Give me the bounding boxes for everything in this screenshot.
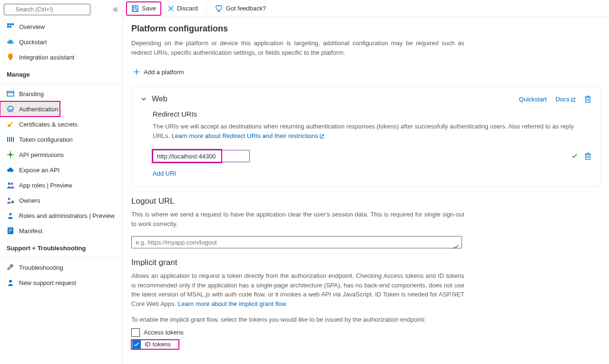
platform-config-desc: Depending on the platform or device this… (131, 39, 464, 57)
rocket-icon (7, 53, 14, 61)
nav-group-manage: Manage (0, 67, 122, 82)
access-tokens-row: Access tokens (131, 328, 600, 337)
sidebar: Overview Quickstart Integration assistan… (0, 0, 123, 364)
svg-point-17 (8, 183, 10, 185)
nav-group-support: Support + Troubleshooting (0, 240, 122, 256)
check-icon (453, 244, 459, 250)
sidebar-item-api-permissions[interactable]: API permissions (0, 147, 122, 162)
chevron-down-icon[interactable] (140, 96, 147, 102)
sidebar-item-roles-admins[interactable]: Roles and administrators | Preview (0, 208, 122, 223)
id-tokens-label: ID tokens (145, 341, 171, 348)
sidebar-item-new-request[interactable]: New support request (0, 275, 122, 290)
svg-point-16 (10, 154, 11, 156)
sidebar-item-label: Integration assistant (19, 54, 74, 61)
svg-rect-11 (10, 122, 13, 125)
branding-icon (7, 90, 14, 98)
sidebar-item-label: Quickstart (19, 39, 47, 46)
svg-rect-7 (7, 91, 14, 96)
web-quickstart-link[interactable]: Quickstart (519, 96, 547, 103)
key-icon (7, 120, 14, 128)
sidebar-item-manifest[interactable]: Manifest (0, 223, 122, 238)
permissions-icon (7, 151, 14, 158)
sidebar-item-label: New support request (19, 279, 76, 286)
close-icon (167, 5, 174, 12)
sidebar-item-label: Expose an API (19, 167, 59, 174)
svg-point-18 (11, 183, 13, 185)
svg-rect-39 (586, 154, 590, 159)
heart-icon (216, 5, 223, 12)
sidebar-item-label: Certificates & secrets (19, 121, 78, 128)
feedback-button[interactable]: Got feedback? (211, 2, 271, 15)
svg-rect-23 (9, 229, 12, 229)
sidebar-item-label: Token configuration (19, 136, 73, 143)
people-icon (7, 181, 14, 189)
svg-rect-25 (9, 232, 11, 232)
plus-icon (133, 69, 140, 75)
sidebar-item-app-roles[interactable]: App roles | Preview (0, 177, 122, 193)
redirect-uri-input[interactable] (153, 150, 250, 162)
svg-rect-28 (133, 6, 136, 8)
svg-rect-6 (10, 26, 11, 28)
roles-icon (7, 212, 14, 219)
cloud-icon (7, 38, 14, 46)
implicit-enable-prompt: To enable the implicit grant flow, selec… (131, 315, 464, 325)
collapse-sidebar-icon[interactable] (112, 6, 118, 13)
save-button[interactable]: Save (127, 2, 161, 15)
external-link-icon (319, 134, 324, 139)
sidebar-item-overview[interactable]: Overview (0, 19, 122, 34)
web-docs-link[interactable]: Docs (555, 96, 576, 103)
svg-point-19 (8, 198, 10, 200)
svg-rect-5 (7, 26, 9, 28)
sidebar-item-token-config[interactable]: Token configuration (0, 132, 122, 147)
sidebar-item-troubleshooting[interactable]: Troubleshooting (0, 260, 122, 275)
svg-rect-29 (133, 9, 137, 11)
search-input[interactable] (4, 4, 90, 15)
web-card-title: Web (152, 95, 167, 103)
add-uri-link[interactable]: Add URI (153, 168, 176, 179)
svg-point-26 (9, 280, 12, 283)
toolbar: Save Discard Got feedback? (123, 0, 609, 17)
sidebar-item-label: Branding (19, 90, 44, 98)
manifest-icon (7, 227, 14, 235)
grid-icon (7, 23, 14, 30)
sidebar-item-label: Manifest (19, 227, 42, 235)
svg-point-9 (8, 106, 13, 112)
sidebar-item-expose-api[interactable]: Expose an API (0, 162, 122, 177)
web-platform-card: Web Quickstart Docs Redirect URIs The UR… (131, 87, 600, 187)
sidebar-item-label: Authentication (19, 106, 58, 113)
logout-url-input[interactable] (131, 236, 462, 248)
delete-platform-icon[interactable] (584, 95, 591, 103)
sidebar-item-certificates[interactable]: Certificates & secrets (0, 117, 122, 132)
redirect-learn-link[interactable]: Learn more about Redirect URIs and their… (172, 132, 324, 139)
sidebar-item-label: API permissions (19, 151, 64, 158)
expose-icon (7, 166, 14, 174)
save-icon (131, 5, 139, 12)
sidebar-item-branding[interactable]: Branding (0, 86, 122, 101)
check-icon (571, 153, 578, 159)
wrench-icon (7, 264, 14, 271)
redirect-uris-title: Redirect URIs (153, 110, 591, 118)
sidebar-item-label: Owners (19, 197, 40, 204)
sidebar-item-label: Overview (19, 23, 45, 30)
sidebar-item-integration[interactable]: Integration assistant (0, 49, 122, 65)
auth-icon (7, 105, 14, 113)
add-platform-button[interactable]: Add a platform (131, 65, 186, 79)
sidebar-item-authentication[interactable]: Authentication (0, 101, 60, 117)
sidebar-item-label: App roles | Preview (19, 182, 72, 189)
content-area: Platform configurations Depending on the… (123, 17, 609, 364)
sidebar-item-quickstart[interactable]: Quickstart (0, 34, 122, 49)
sidebar-item-label: Roles and administrators | Preview (19, 212, 115, 219)
platform-config-title: Platform configurations (131, 24, 600, 34)
id-tokens-checkbox[interactable] (132, 340, 141, 349)
access-tokens-checkbox[interactable] (131, 328, 140, 337)
owners-icon (7, 197, 14, 204)
svg-rect-2 (7, 23, 9, 25)
svg-rect-3 (10, 23, 11, 25)
implicit-learn-link[interactable]: Learn more about the implicit grant flow (178, 300, 286, 307)
delete-uri-icon[interactable] (584, 152, 591, 160)
access-tokens-label: Access tokens (144, 329, 184, 336)
sidebar-item-owners[interactable]: Owners (0, 193, 122, 208)
discard-button[interactable]: Discard (163, 2, 203, 15)
token-icon (7, 136, 14, 143)
external-link-icon (570, 97, 576, 102)
